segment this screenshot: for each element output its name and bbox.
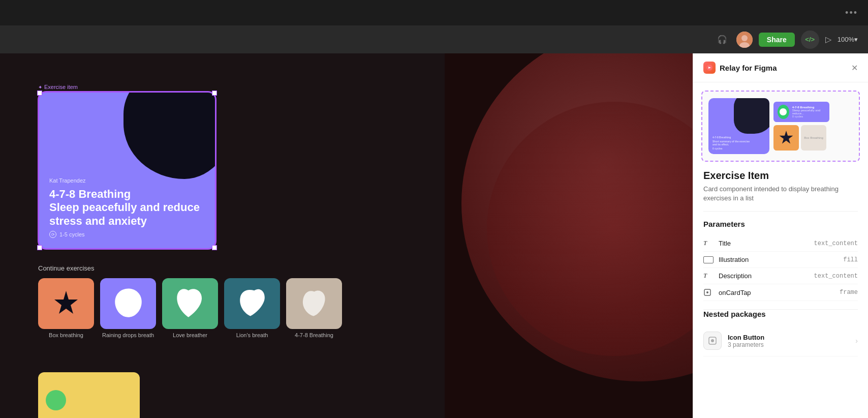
panel-header: Relay for Figma ✕ [693,53,868,82]
user-avatar[interactable] [736,32,753,48]
nested-item-icon-button[interactable]: Icon Button 3 parameters › [703,325,858,356]
blob-shape-icon [171,285,209,323]
param-name-oncardtap: onCardTap [719,289,840,296]
svg-point-3 [46,390,66,410]
preview-blob [734,98,769,134]
mini-card-label-raining: Raining drops breath [102,332,154,338]
card-author: Kat Trapendez [49,177,205,184]
mini-card-478 [286,278,342,329]
card-frame-label: Exercise item [38,84,78,90]
svg-point-1 [741,35,748,41]
preview-mini-blob [778,105,789,119]
param-name-title: Title [719,240,814,247]
component-info: Exercise Item Card component intended to… [693,170,868,211]
param-row-description: T Description text_content [703,268,858,284]
blob-shape-icon [295,285,333,323]
list-item[interactable]: 4-7-8 Breathing [286,278,342,338]
nested-item-name: Icon Button [728,334,855,341]
icon-button-icon [707,336,718,346]
text-param-icon: T [703,240,714,247]
mini-card-label-478: 4-7-8 Breathing [295,332,333,338]
list-item[interactable]: Raining drops breath [100,278,156,338]
nested-title: Nested packages [703,310,858,318]
mini-card-raining [100,278,156,329]
nested-item-text: Icon Button 3 parameters [728,334,855,348]
list-item[interactable]: Box breathing [38,278,94,338]
component-description: Card component intended to display breat… [703,185,858,203]
topbar: ••• [0,0,868,25]
preview-card-large: 4-7-8 Breathing Short summary of the exe… [708,98,769,154]
parameters-title: Parameters [703,220,858,228]
list-item[interactable]: Lion's breath [224,278,280,338]
parameters-section: Parameters T Title text_content Illustra… [693,212,868,309]
continue-title: Continue exercises [38,264,342,272]
frame-param-icon [703,288,711,296]
param-type-oncardtap: frame [840,289,858,296]
panel-logo: Relay for Figma [703,62,777,74]
param-row-oncardtap: onCardTap frame [703,284,858,301]
close-panel-button[interactable]: ✕ [851,63,858,73]
param-type-title: text_content [814,240,858,247]
svg-point-7 [711,339,714,342]
preview-small-purple-text: 4-7-8 BreathingSleep peacefully and redu… [792,106,825,118]
nested-item-params: 3 parameters [728,341,855,348]
relay-icon [703,62,716,74]
param-row-illustration: Illustration fill [703,252,858,268]
toolbar: 🎧 Share </> ▷ 100%▾ [0,25,868,53]
nested-packages-section: Nested packages Icon Button 3 parameters… [693,310,868,365]
mini-card-lion [224,278,280,329]
mini-card-love [162,278,218,329]
list-item[interactable]: Love breather [162,278,218,338]
param-type-description: text_content [814,273,858,280]
param-type-illustration: fill [843,256,858,263]
component-name: Exercise Item [703,170,858,182]
topbar-dots: ••• [845,8,858,18]
preview-card-text: 4-7-8 Breathing Short summary of the exe… [712,136,750,150]
card-cycles: ⟳ 1-5 cycles [49,231,205,238]
right-panel: Relay for Figma ✕ 4-7-8 Breathing Short … [693,53,868,418]
star-shape-icon [51,288,81,319]
bottom-card-icon [43,387,69,413]
param-row-title: T Title text_content [703,235,858,252]
preview-inner: 4-7-8 Breathing Short summary of the exe… [708,98,853,154]
exercise-list: Box breathing Raining drops breath [38,278,342,338]
mini-card-label-box: Box breathing [49,332,83,338]
continue-section: Continue exercises Box breathing Rai [38,264,342,338]
param-name-illustration: Illustration [719,256,843,263]
cycles-icon: ⟳ [49,231,56,238]
card-illustration-blob [123,92,216,179]
play-button[interactable]: ▷ [825,35,831,44]
component-preview: 4-7-8 Breathing Short summary of the exe… [701,91,860,162]
panel-title: Relay for Figma [720,64,777,72]
image-param-icon [703,256,714,263]
mini-card-label-love: Love breather [173,332,207,338]
exercise-card-main[interactable]: Kat Trapendez 4-7-8 Breathing Sleep peac… [38,92,216,249]
card-content: Kat Trapendez 4-7-8 Breathing Sleep peac… [39,167,215,248]
preview-orange-card [773,125,799,151]
blob-shape-icon [233,285,271,323]
preview-bottom-row: Box Breathing [773,125,829,151]
headphones-icon[interactable]: 🎧 [714,32,730,48]
card-title: 4-7-8 Breathing Sleep peacefully and red… [49,188,205,228]
preview-box-label: Box Breathing [804,136,823,139]
chevron-right-icon: › [855,337,858,345]
param-name-description: Description [719,272,814,280]
canvas-area: Exercise item Kat Trapendez 4-7-8 Breath… [0,53,445,418]
bottom-card-partial[interactable] [38,372,140,418]
mini-card-box-breathing [38,278,94,329]
text-param-icon-2: T [703,272,714,280]
blob-shape-icon [109,285,147,323]
preview-star-icon [779,131,793,145]
preview-box-card: Box Breathing [801,125,826,151]
nested-item-icon [703,332,722,350]
preview-right-cards: 4-7-8 BreathingSleep peacefully and redu… [773,102,829,151]
zoom-control[interactable]: 100%▾ [838,36,858,43]
svg-point-5 [706,291,708,293]
mini-card-label-lion: Lion's breath [236,332,268,338]
share-button[interactable]: Share [759,33,795,47]
preview-small-purple: 4-7-8 BreathingSleep peacefully and redu… [773,102,829,122]
code-toggle-button[interactable]: </> [801,31,819,49]
